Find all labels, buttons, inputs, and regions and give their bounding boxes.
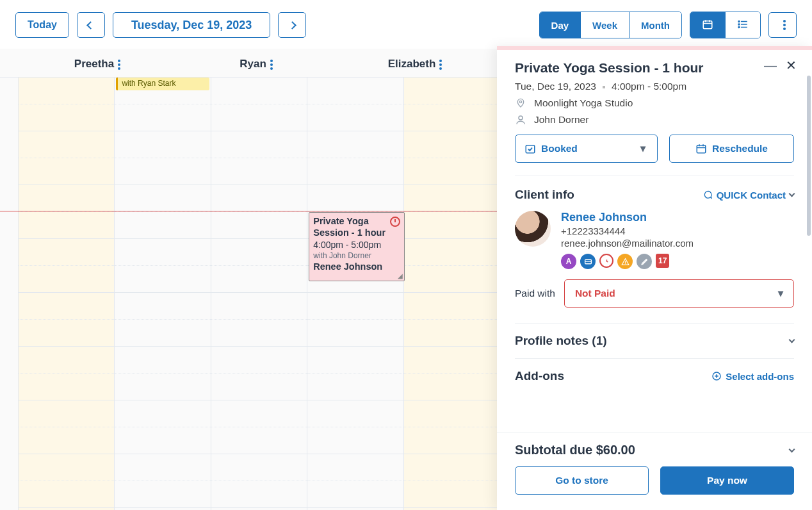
reschedule-icon: [695, 143, 707, 154]
col-menu-icon[interactable]: [270, 60, 273, 70]
svg-rect-0: [703, 21, 712, 28]
location-icon: [515, 97, 526, 109]
next-day-button[interactable]: [278, 12, 306, 38]
layout-list[interactable]: [725, 12, 760, 38]
client-badges: A 17: [561, 254, 694, 269]
svg-point-3: [738, 26, 740, 28]
staff-column[interactable]: [403, 78, 499, 510]
view-month[interactable]: Month: [629, 12, 681, 38]
col-header[interactable]: Ryan: [177, 49, 336, 77]
svg-point-1: [738, 21, 740, 22]
view-week[interactable]: Week: [580, 12, 629, 38]
svg-point-5: [519, 116, 523, 120]
staff-column[interactable]: [211, 78, 307, 510]
chevron-down-icon: [789, 191, 795, 197]
panel-title: Private Yoga Session - 1 hour: [515, 60, 794, 76]
status-dropdown[interactable]: Booked ▾: [515, 135, 658, 163]
view-day[interactable]: Day: [540, 12, 581, 38]
badge-note-icon[interactable]: [637, 254, 652, 269]
badge-visits-count[interactable]: 17: [656, 254, 669, 268]
resize-handle-icon[interactable]: ◢: [398, 272, 403, 279]
more-menu-button[interactable]: [768, 12, 797, 38]
caret-down-icon: ▾: [778, 288, 783, 299]
badge-letter[interactable]: A: [561, 254, 576, 269]
panel-datetime: Tue, Dec 19, 20234:00pm - 5:00pm: [515, 81, 794, 92]
chat-icon: [702, 190, 713, 200]
staff-column[interactable]: with Ryan Stark: [114, 78, 210, 510]
event-title: Private Yoga Session - 1 hour: [313, 215, 400, 238]
date-display[interactable]: Tuesday, Dec 19, 2023: [113, 12, 270, 38]
pay-now-button[interactable]: Pay now: [660, 466, 794, 495]
svg-rect-10: [624, 261, 625, 263]
check-calendar-icon: [524, 143, 536, 154]
plus-circle-icon: [711, 371, 722, 381]
go-to-store-button[interactable]: Go to store: [515, 466, 649, 495]
paid-with-dropdown[interactable]: Not Paid ▾: [564, 279, 794, 308]
appointment-panel: — ✕ Private Yoga Session - 1 hour Tue, D…: [497, 46, 812, 510]
svg-point-9: [624, 263, 625, 263]
scrollbar[interactable]: [807, 76, 811, 236]
reschedule-button[interactable]: Reschedule: [669, 135, 794, 163]
badge-clock-icon[interactable]: [599, 254, 613, 268]
minimize-button[interactable]: —: [764, 58, 777, 73]
calendar-event[interactable]: Private Yoga Session - 1 hour 4:00pm - 5…: [309, 212, 404, 281]
chevron-down-icon: [789, 337, 795, 343]
prev-day-button[interactable]: [77, 12, 105, 38]
event-client: Renee Johnson: [313, 261, 400, 272]
col-header[interactable]: Elizabeth: [336, 49, 494, 77]
profile-notes-toggle[interactable]: Profile notes (1): [515, 324, 794, 358]
layout-calendar[interactable]: [690, 12, 725, 38]
staff-icon: [515, 114, 526, 126]
col-header[interactable]: Preetha: [18, 49, 177, 77]
client-name-link[interactable]: Renee Johnson: [561, 211, 694, 224]
calendar-grid[interactable]: with Ryan Stark Private Yoga Session - 1…: [0, 78, 499, 510]
svg-rect-7: [697, 145, 706, 153]
client-info-heading: Client info: [515, 188, 574, 202]
svg-point-2: [738, 24, 740, 25]
unpaid-clock-icon: [390, 217, 400, 227]
panel-location: Moonlight Yoga Studio: [515, 97, 794, 109]
chevron-left-icon: [87, 21, 95, 29]
badge-warning-icon[interactable]: [617, 254, 633, 269]
panel-footer: Subtotal due $60.00 Go to store Pay now: [497, 432, 812, 510]
calendar-toolbar: Today Tuesday, Dec 19, 2023 Day Week Mon…: [0, 0, 812, 49]
staff-column[interactable]: Private Yoga Session - 1 hour 4:00pm - 5…: [307, 78, 403, 510]
subtotal-toggle[interactable]: [789, 446, 795, 452]
subtotal-label: Subtotal due $60.00: [515, 443, 635, 457]
client-avatar[interactable]: [515, 211, 551, 247]
svg-point-4: [519, 101, 521, 103]
badge-card-icon[interactable]: [580, 254, 596, 269]
panel-staff: John Dorner: [515, 114, 794, 126]
staff-column[interactable]: [18, 78, 114, 510]
col-menu-icon[interactable]: [118, 60, 120, 70]
select-addons-button[interactable]: Select add-ons: [711, 371, 794, 382]
event-snippet[interactable]: with Ryan Stark: [116, 78, 209, 90]
col-menu-icon[interactable]: [439, 60, 442, 70]
today-button[interactable]: Today: [15, 12, 69, 38]
paid-with-label: Paid with: [515, 288, 555, 299]
chevron-right-icon: [288, 21, 296, 29]
close-button[interactable]: ✕: [786, 58, 797, 73]
event-staff: with John Dorner: [313, 251, 400, 260]
layout-segment: [690, 12, 761, 38]
addons-heading: Add-ons: [515, 369, 564, 383]
list-icon: [737, 19, 749, 30]
caret-down-icon: ▾: [640, 143, 646, 154]
more-icon: [783, 20, 786, 30]
client-email: renee.johnson@mailinator.com: [561, 238, 694, 249]
view-segment: Day Week Month: [539, 12, 682, 38]
client-phone: +12223334444: [561, 226, 694, 236]
quick-contact-button[interactable]: QUICK Contact: [702, 190, 794, 201]
event-time: 4:00pm - 5:00pm: [313, 240, 400, 250]
calendar-icon: [702, 19, 713, 30]
